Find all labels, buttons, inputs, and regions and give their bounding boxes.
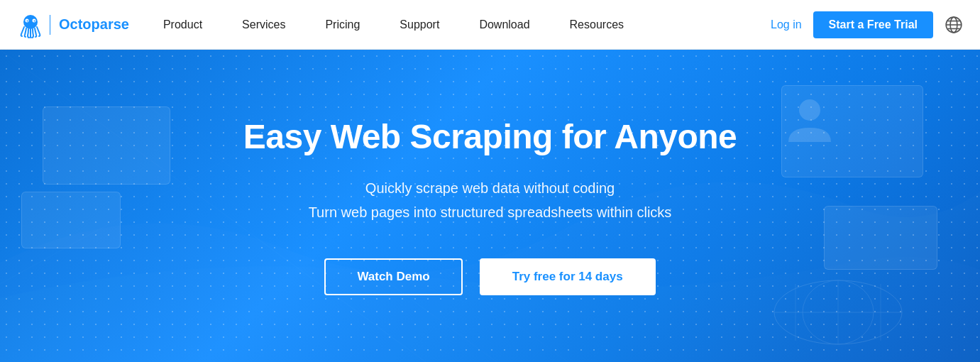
login-link[interactable]: Log in (771, 18, 802, 31)
nav-menu: Product Services Pricing Support Downloa… (143, 0, 771, 50)
logo-divider (50, 15, 50, 35)
svg-point-4 (34, 20, 35, 21)
svg-point-14 (799, 99, 820, 121)
nav-item-services[interactable]: Services (222, 0, 305, 50)
hero-subtitle-line1: Quickly scrape web data without coding (365, 180, 615, 196)
hero-buttons: Watch Demo Try free for 14 days (243, 258, 737, 295)
svg-point-15 (774, 280, 902, 344)
nav-item-product[interactable]: Product (143, 0, 222, 50)
hero-subtitle-line2: Turn web pages into structured spreadshe… (309, 204, 672, 220)
hero-section: Easy Web Scraping for Anyone Quickly scr… (0, 50, 980, 362)
navbar: Octoparse Product Services Pricing Suppo… (0, 0, 980, 50)
hero-subtitle: Quickly scrape web data without coding T… (243, 176, 737, 224)
bg-card-1 (43, 106, 170, 185)
try-free-button[interactable]: Try free for 14 days (480, 258, 656, 295)
nav-item-download[interactable]: Download (459, 0, 549, 50)
svg-point-16 (803, 280, 874, 344)
nav-item-pricing[interactable]: Pricing (305, 0, 380, 50)
hero-content: Easy Web Scraping for Anyone Quickly scr… (229, 117, 751, 295)
bg-card-4 (824, 206, 937, 270)
language-selector-icon[interactable] (945, 16, 963, 34)
svg-point-3 (27, 20, 28, 21)
nav-item-resources[interactable]: Resources (550, 0, 644, 50)
brand-logo[interactable]: Octoparse (17, 11, 129, 38)
bg-card-3 (781, 85, 923, 177)
navbar-actions: Log in Start a Free Trial (771, 11, 963, 38)
logo-icon (17, 11, 44, 38)
watch-demo-button[interactable]: Watch Demo (324, 258, 462, 295)
bg-world-map (767, 277, 909, 348)
bg-card-2 (21, 192, 121, 248)
bg-avatar-icon (781, 92, 838, 149)
brand-name: Octoparse (59, 16, 129, 33)
start-trial-button[interactable]: Start a Free Trial (813, 11, 933, 38)
svg-point-0 (23, 15, 38, 29)
hero-title: Easy Web Scraping for Anyone (243, 117, 737, 156)
nav-item-support[interactable]: Support (380, 0, 459, 50)
